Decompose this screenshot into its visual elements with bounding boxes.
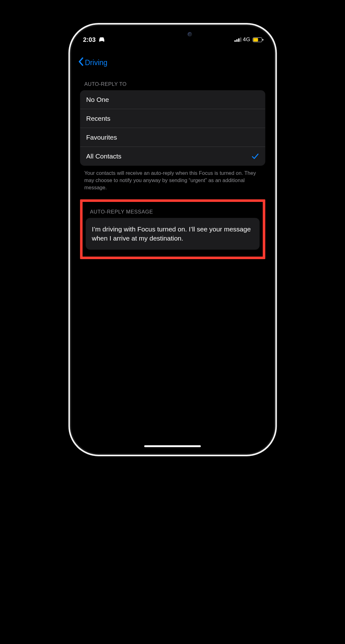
option-label: All Contacts xyxy=(86,153,121,160)
back-label: Driving xyxy=(85,58,108,67)
notch xyxy=(136,29,209,40)
chevron-left-icon xyxy=(78,57,84,68)
phone-frame: 2:03 4G xyxy=(68,23,277,456)
battery-icon xyxy=(253,37,262,42)
volume-down-button[interactable] xyxy=(68,179,69,211)
auto-reply-to-footer: Your contacts will receive an auto-reply… xyxy=(80,166,265,191)
content: AUTO-REPLY TO No One Recents Favourites … xyxy=(74,68,271,259)
back-button[interactable]: Driving xyxy=(78,57,267,68)
network-type: 4G xyxy=(243,36,250,43)
screen: 2:03 4G xyxy=(74,29,271,450)
auto-reply-option-favourites[interactable]: Favourites xyxy=(80,128,265,147)
option-label: No One xyxy=(86,96,109,103)
auto-reply-to-header: AUTO-REPLY TO xyxy=(80,68,265,90)
option-label: Recents xyxy=(86,115,110,122)
volume-up-button[interactable] xyxy=(68,137,69,169)
svg-point-1 xyxy=(103,40,103,41)
auto-reply-option-all-contacts[interactable]: All Contacts xyxy=(80,147,265,166)
auto-reply-message-highlight: AUTO-REPLY MESSAGE I’m driving with Focu… xyxy=(80,199,265,259)
auto-reply-option-no-one[interactable]: No One xyxy=(80,90,265,109)
svg-point-0 xyxy=(100,40,100,41)
navigation-bar: Driving xyxy=(74,46,271,68)
auto-reply-message-header: AUTO-REPLY MESSAGE xyxy=(86,206,259,218)
power-button[interactable] xyxy=(276,153,277,203)
mute-switch[interactable] xyxy=(68,109,69,124)
auto-reply-message-field[interactable]: I’m driving with Focus turned on. I’ll s… xyxy=(86,218,259,250)
checkmark-icon xyxy=(251,153,259,159)
auto-reply-option-recents[interactable]: Recents xyxy=(80,109,265,128)
auto-reply-to-group: No One Recents Favourites All Contacts xyxy=(80,90,265,166)
clock: 2:03 xyxy=(83,36,96,43)
option-label: Favourites xyxy=(86,134,117,141)
auto-reply-message-text: I’m driving with Focus turned on. I’ll s… xyxy=(92,225,251,242)
home-indicator[interactable] xyxy=(144,445,201,447)
cellular-signal-icon xyxy=(234,37,241,42)
driving-focus-icon xyxy=(98,37,105,42)
